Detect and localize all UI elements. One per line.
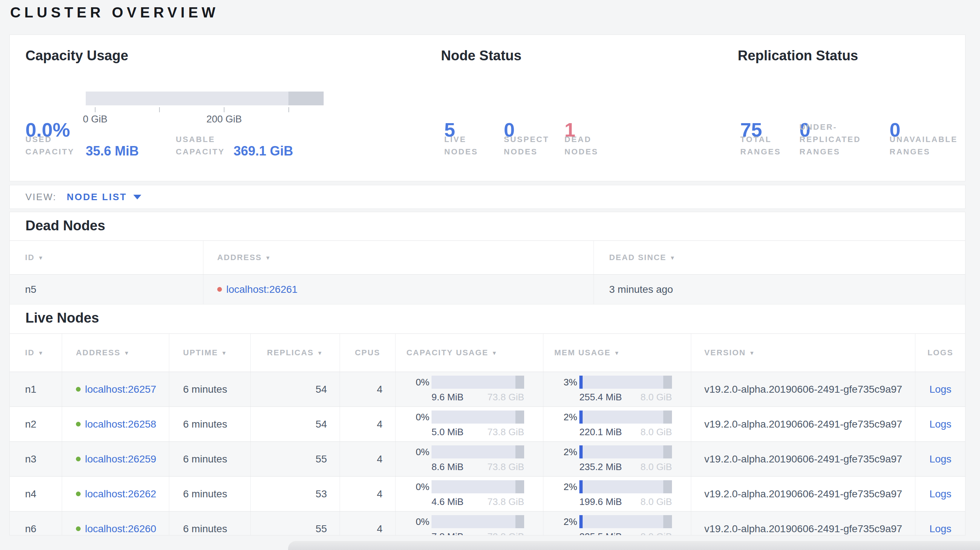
view-selector-bar: VIEW: NODE LIST <box>10 185 966 209</box>
uptime-value: 6 minutes <box>169 442 251 476</box>
mem-total-value: 8.0 GiB <box>640 531 672 536</box>
capacity-percent: 0% <box>406 447 430 458</box>
chevron-down-icon[interactable] <box>133 195 141 199</box>
cpus-value: 4 <box>340 477 396 511</box>
capacity-used-value: 4.6 MiB <box>431 496 463 507</box>
capacity-percent: 0% <box>406 412 430 423</box>
logs-link[interactable]: Logs <box>929 418 952 430</box>
sort-desc-icon: ▼ <box>38 350 44 356</box>
sort-desc-icon: ▼ <box>670 255 676 261</box>
column-header-version[interactable]: VERSION▼ <box>691 334 915 372</box>
replicas-value: 55 <box>251 512 340 536</box>
node-address-link[interactable]: localhost:26258 <box>85 418 156 430</box>
cpus-value: 4 <box>340 372 396 407</box>
used-capacity-label: USED CAPACITY <box>25 134 80 158</box>
node-address-link[interactable]: localhost:26257 <box>85 384 156 395</box>
node-address-cell: localhost:26260 <box>62 512 169 536</box>
logs-link[interactable]: Logs <box>929 453 952 465</box>
column-header-mem-usage[interactable]: MEM USAGE▼ <box>543 334 691 372</box>
capacity-usage-cell: 0% 8.6 MiB 73.8 GiB <box>396 442 543 476</box>
used-capacity-value: 35.6 MiB <box>86 144 139 158</box>
mem-usage-cell: 2% 199.6 MiB 8.0 GiB <box>543 477 691 511</box>
node-address-link[interactable]: localhost:26259 <box>85 453 156 465</box>
unavailable-ranges-label: UNAVAILABLE RANGES <box>889 134 969 158</box>
dead-nodes-table-header: ID▼ ADDRESS▼ DEAD SINCE▼ <box>10 240 966 274</box>
mem-usage-cell: 2% 225.5 MiB 8.0 GiB <box>543 512 691 536</box>
sort-desc-icon: ▼ <box>124 350 130 356</box>
node-address-link[interactable]: localhost:26261 <box>226 284 298 295</box>
replicas-value: 54 <box>251 407 340 441</box>
live-status-icon <box>76 526 81 531</box>
capacity-total-value: 73.8 GiB <box>487 426 524 438</box>
column-header-id[interactable]: ID▼ <box>10 241 204 274</box>
version-value: v19.2.0-alpha.20190606-2491-gfe735c9a97 <box>691 372 915 407</box>
node-address-link[interactable]: localhost:26262 <box>85 488 156 500</box>
uptime-value: 6 minutes <box>169 407 251 441</box>
mem-bar <box>579 445 672 458</box>
node-address-cell: localhost:26257 <box>62 372 169 407</box>
capacity-usage-bar <box>86 92 324 105</box>
node-id: n6 <box>10 512 62 536</box>
node-address-cell: localhost:26262 <box>62 477 169 511</box>
capacity-total-value: 73.8 GiB <box>487 392 524 403</box>
node-id: n5 <box>10 275 204 304</box>
mem-usage-cell: 2% 220.1 MiB 8.0 GiB <box>543 407 691 441</box>
capacity-total-value: 73.8 GiB <box>487 461 524 473</box>
column-header-dead-since[interactable]: DEAD SINCE▼ <box>594 241 966 274</box>
column-header-cpus[interactable]: CPUS <box>340 334 396 372</box>
cpus-value: 4 <box>340 407 396 441</box>
capacity-used-value: 7.8 MiB <box>431 531 463 536</box>
capacity-total-value: 73.8 GiB <box>487 496 524 507</box>
column-header-address[interactable]: ADDRESS▼ <box>62 334 169 372</box>
view-label: VIEW: <box>25 191 57 203</box>
capacity-usage-title: Capacity Usage <box>25 48 128 64</box>
sort-desc-icon: ▼ <box>317 350 323 356</box>
mem-total-value: 8.0 GiB <box>640 461 672 473</box>
logs-cell: Logs <box>915 512 966 536</box>
replication-status-title: Replication Status <box>738 48 858 64</box>
capacity-total-value: 73.8 GiB <box>487 531 524 536</box>
node-status-title: Node Status <box>441 48 522 64</box>
column-header-replicas[interactable]: REPLICAS▼ <box>251 334 340 372</box>
table-row: n3 localhost:26259 6 minutes 55 4 0% 8.6… <box>10 441 966 476</box>
column-header-uptime[interactable]: UPTIME▼ <box>169 334 251 372</box>
logs-cell: Logs <box>915 477 966 511</box>
mem-percent: 3% <box>554 377 577 388</box>
logs-link[interactable]: Logs <box>929 523 952 535</box>
mem-bar <box>579 376 672 389</box>
capacity-bar <box>431 410 524 424</box>
view-dropdown[interactable]: NODE LIST <box>67 191 127 203</box>
total-ranges-label: TOTAL RANGES <box>740 134 799 158</box>
sort-desc-icon: ▼ <box>265 255 271 261</box>
usable-capacity-value: 369.1 GiB <box>234 144 293 158</box>
column-header-capacity-usage[interactable]: CAPACITY USAGE▼ <box>396 334 543 372</box>
mem-percent: 2% <box>554 412 577 423</box>
mem-percent: 2% <box>554 447 577 458</box>
live-status-icon <box>76 422 81 426</box>
cpus-value: 4 <box>340 512 396 536</box>
column-header-address[interactable]: ADDRESS▼ <box>204 241 594 274</box>
capacity-used-value: 5.0 MiB <box>431 426 463 438</box>
usable-capacity-label: USABLE CAPACITY <box>176 134 239 158</box>
dead-nodes-label: DEAD NODES <box>565 134 619 158</box>
axis-tick <box>224 107 224 112</box>
sort-desc-icon: ▼ <box>749 350 755 356</box>
logs-link[interactable]: Logs <box>929 488 952 500</box>
column-header-id[interactable]: ID▼ <box>10 334 62 372</box>
capacity-percent: 0% <box>406 481 430 493</box>
mem-usage-cell: 2% 235.2 MiB 8.0 GiB <box>543 442 691 476</box>
replicas-value: 53 <box>251 477 340 511</box>
bottom-scroll-shadow <box>288 541 980 550</box>
uptime-value: 6 minutes <box>169 477 251 511</box>
mem-usage-cell: 3% 255.4 MiB 8.0 GiB <box>543 372 691 407</box>
cpus-value: 4 <box>340 442 396 476</box>
logs-cell: Logs <box>915 372 966 407</box>
capacity-usage-cell: 0% 4.6 MiB 73.8 GiB <box>396 477 543 511</box>
capacity-bar <box>431 445 524 458</box>
logs-link[interactable]: Logs <box>929 384 952 395</box>
mem-used-value: 225.5 MiB <box>579 531 622 536</box>
node-address-link[interactable]: localhost:26260 <box>85 523 156 535</box>
mem-total-value: 8.0 GiB <box>640 496 672 507</box>
table-row: n1 localhost:26257 6 minutes 54 4 0% 9.6… <box>10 372 966 407</box>
capacity-percent: 0% <box>406 377 430 388</box>
